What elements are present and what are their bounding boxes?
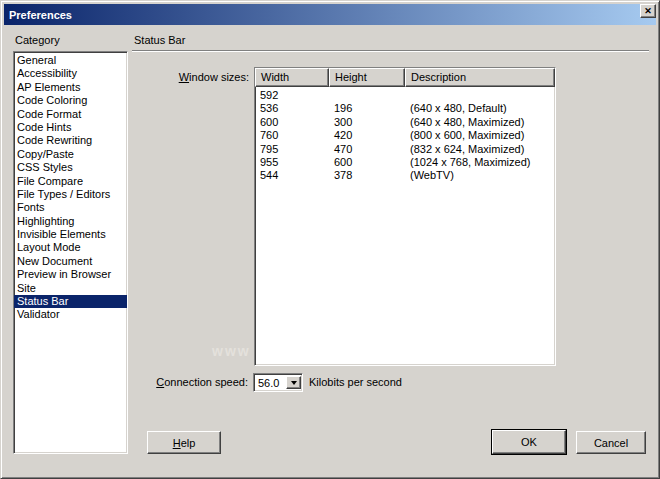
column-header-height[interactable]: Height [329,68,405,87]
window-size-cell: 378 [329,169,405,182]
connection-speed-label: Connection speed: [141,376,248,388]
window-size-row[interactable]: 760420(800 x 600, Maximized) [255,129,555,142]
section-title: Status Bar [134,34,185,46]
category-item-layout-mode[interactable]: Layout Mode [14,241,127,254]
window-sizes-table-header[interactable]: WidthHeightDescription [255,68,555,87]
connection-speed-unit: Kilobits per second [309,376,402,388]
window-size-cell: 600 [329,156,405,169]
chevron-down-icon [291,381,297,385]
window-sizes-label-mnemonic: W [179,71,189,83]
window-size-cell: (640 x 480, Default) [405,102,555,115]
window-size-cell: 600 [255,116,329,129]
window-size-cell: 470 [329,143,405,156]
window-size-cell: 955 [255,156,329,169]
category-item-status-bar[interactable]: Status Bar [14,295,127,308]
dropdown-arrow-button[interactable] [286,376,301,389]
category-item-general[interactable]: General [14,54,127,67]
ok-button-label: OK [521,436,537,448]
help-button[interactable]: Help [147,431,221,454]
window-size-cell [405,89,555,102]
close-icon: ✕ [644,7,652,16]
category-item-site[interactable]: Site [14,282,127,295]
ok-button[interactable]: OK [492,430,566,454]
category-item-code-coloring[interactable]: Code Coloring [14,94,127,107]
category-item-invisible-elements[interactable]: Invisible Elements [14,228,127,241]
category-item-code-format[interactable]: Code Format [14,108,127,121]
category-item-css-styles[interactable]: CSS Styles [14,161,127,174]
window-size-row[interactable]: 536196(640 x 480, Default) [255,102,555,115]
category-label: Category [15,34,60,46]
category-item-highlighting[interactable]: Highlighting [14,215,127,228]
window-size-cell: 592 [255,89,329,102]
watermark-text: www [212,343,251,359]
column-header-description[interactable]: Description [405,68,555,87]
window-size-cell: 420 [329,129,405,142]
help-button-label: Help [173,437,196,449]
category-item-new-document[interactable]: New Document [14,255,127,268]
cancel-button-label: Cancel [594,437,628,449]
window-size-row[interactable]: 592 [255,89,555,102]
close-button[interactable]: ✕ [640,4,656,18]
ok-button-outline: OK [491,429,567,455]
window-size-row[interactable]: 955600(1024 x 768, Maximized) [255,156,555,169]
category-item-preview-in-browser[interactable]: Preview in Browser [14,268,127,281]
window-size-cell: 544 [255,169,329,182]
window-size-cell: (640 x 480, Maximized) [405,116,555,129]
window-size-row[interactable]: 795470(832 x 624, Maximized) [255,143,555,156]
category-item-code-hints[interactable]: Code Hints [14,121,127,134]
window-size-cell: (800 x 600, Maximized) [405,129,555,142]
window-title: Preferences [9,9,72,21]
window-size-cell: (832 x 624, Maximized) [405,143,555,156]
window-size-cell [329,89,405,102]
category-item-code-rewriting[interactable]: Code Rewriting [14,134,127,147]
titlebar[interactable]: Preferences [4,4,656,25]
window-size-cell: 795 [255,143,329,156]
preferences-dialog: Preferences ✕ Category GeneralAccessibil… [0,0,660,479]
category-list[interactable]: GeneralAccessibilityAP ElementsCode Colo… [13,51,128,454]
window-size-cell: 300 [329,116,405,129]
window-size-cell: (WebTV) [405,169,555,182]
category-item-file-compare[interactable]: File Compare [14,175,127,188]
window-sizes-table[interactable]: WidthHeightDescription 592536196(640 x 4… [254,67,556,366]
cancel-button[interactable]: Cancel [576,431,646,454]
category-item-fonts[interactable]: Fonts [14,201,127,214]
window-sizes-label-rest: indow sizes: [189,71,249,83]
window-size-cell: (1024 x 768, Maximized) [405,156,555,169]
window-sizes-label: Window sizes: [151,71,249,83]
connection-speed-select[interactable]: 56.0 [253,373,303,392]
column-header-width[interactable]: Width [255,68,329,87]
section-divider [132,50,649,52]
connection-speed-label-rest: onnection speed: [164,376,248,388]
category-item-validator[interactable]: Validator [14,308,127,321]
category-item-accessibility[interactable]: Accessibility [14,67,127,80]
category-item-file-types-editors[interactable]: File Types / Editors [14,188,127,201]
category-item-ap-elements[interactable]: AP Elements [14,81,127,94]
window-size-cell: 536 [255,102,329,115]
category-item-copy-paste[interactable]: Copy/Paste [14,148,127,161]
window-size-row[interactable]: 544378(WebTV) [255,169,555,182]
connection-speed-value: 56.0 [254,377,286,389]
window-size-cell: 760 [255,129,329,142]
window-size-cell: 196 [329,102,405,115]
connection-speed-label-mnemonic: C [156,376,164,388]
window-size-row[interactable]: 600300(640 x 480, Maximized) [255,116,555,129]
window-sizes-rows: 592536196(640 x 480, Default)600300(640 … [255,87,555,183]
